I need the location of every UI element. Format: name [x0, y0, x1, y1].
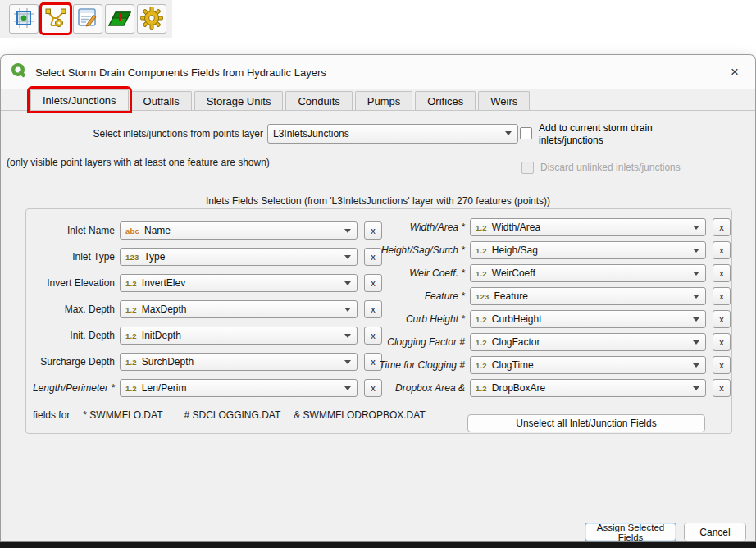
field-row: Time for Clogging # 1.2 ClogTime x: [362, 356, 731, 374]
tab[interactable]: Orifices: [415, 91, 476, 110]
storm-drain-tool-button[interactable]: [41, 4, 71, 34]
close-icon[interactable]: ×: [722, 61, 747, 84]
clear-field-button[interactable]: x: [713, 241, 731, 259]
tab[interactable]: Pumps: [355, 91, 412, 110]
points-layer-label: Select inlets/junctions from points laye…: [25, 124, 263, 144]
right-fields-column: Width/Area * 1.2 Width/Area x Height/Sag…: [362, 218, 731, 402]
field-row: Clogging Factor # 1.2 ClogFactor x: [362, 333, 731, 351]
dialog-titlebar[interactable]: Select Storm Drain Components Fields fro…: [1, 55, 755, 89]
field-select[interactable]: abc Name: [120, 221, 358, 240]
storm-drain-fields-dialog: Select Storm Drain Components Fields fro…: [0, 54, 756, 542]
field-label: Surcharge Depth: [26, 356, 115, 368]
field-value: WeirCoeff: [492, 267, 535, 279]
field-type-icon: 1.2: [476, 269, 487, 278]
clear-field-button[interactable]: x: [713, 310, 731, 328]
field-value: Len/Perim: [142, 382, 187, 394]
field-label: Inlet Type: [26, 251, 115, 263]
fields-legend: fields for * SWMMFLO.DAT # SDCLOGGING.DA…: [33, 409, 426, 421]
field-label: Init. Depth: [26, 330, 115, 341]
qgis-logo-icon: [11, 62, 27, 82]
chevron-down-icon: [344, 386, 351, 394]
field-type-icon: 1.2: [476, 246, 487, 255]
field-label: Time for Clogging #: [362, 359, 465, 371]
assign-selected-fields-button[interactable]: Assign Selected Fields: [585, 523, 676, 541]
field-type-icon: 1.2: [125, 331, 137, 340]
field-select[interactable]: 1.2 ClogTime: [470, 356, 706, 374]
clear-field-button[interactable]: x: [713, 287, 731, 305]
add-to-current-label: Add to current storm drain inlets/juncti…: [539, 122, 680, 147]
form-edit-tool-button[interactable]: [73, 4, 102, 34]
field-row: Weir Coeff. * 1.2 WeirCoeff x: [362, 264, 731, 282]
clear-field-button[interactable]: x: [713, 264, 731, 282]
add-to-current-checkbox[interactable]: [520, 127, 532, 139]
field-value: Feature: [494, 290, 527, 302]
chevron-down-icon: [344, 308, 351, 315]
background-map-strip: [0, 542, 756, 548]
field-value: InitDepth: [142, 330, 181, 341]
field-value: ClogFactor: [492, 336, 540, 348]
field-label: Feature *: [362, 290, 465, 302]
left-fields-column: Inlet Name abc Name x Inlet Type 123 Typ…: [26, 221, 382, 405]
field-select[interactable]: 1.2 Heigh/Sag: [470, 241, 706, 259]
chevron-down-icon: [693, 317, 699, 325]
fields-section-title: Inlets Fields Selection (from 'L3InletsJ…: [1, 195, 755, 207]
tab[interactable]: Outfalls: [131, 91, 192, 110]
field-select[interactable]: 1.2 Width/Area: [470, 218, 706, 236]
tab[interactable]: Storage Units: [194, 91, 284, 110]
field-row: Surcharge Depth 1.2 SurchDepth x: [26, 353, 382, 371]
field-value: Type: [143, 251, 165, 263]
cancel-button[interactable]: Cancel: [684, 523, 746, 541]
clear-field-button[interactable]: x: [713, 379, 731, 397]
gear-icon: [140, 7, 163, 32]
field-label: Weir Coeff. *: [362, 267, 465, 279]
field-row: Height/Sag/Surch * 1.2 Heigh/Sag x: [362, 241, 731, 259]
qgis-toolbar: [0, 0, 172, 38]
field-type-icon: 1.2: [476, 338, 487, 347]
tab[interactable]: Conduits: [285, 91, 352, 110]
chevron-down-icon: [693, 363, 699, 371]
field-select[interactable]: 1.2 ClogFactor: [470, 333, 706, 351]
chevron-down-icon: [693, 386, 699, 394]
tab[interactable]: Weirs: [478, 91, 530, 110]
field-row: Inlet Name abc Name x: [26, 221, 382, 240]
field-value: Heigh/Sag: [492, 244, 538, 256]
legend-item: & SWMMFLODROPBOX.DAT: [294, 409, 425, 421]
dialog-title: Select Storm Drain Components Fields fro…: [35, 66, 326, 79]
field-type-icon: 123: [125, 253, 139, 262]
field-row: Init. Depth 1.2 InitDepth x: [26, 327, 382, 345]
legend-item: # SDCLOGGING.DAT: [184, 409, 280, 421]
field-type-icon: 1.2: [476, 315, 487, 324]
field-select[interactable]: 1.2 MaxDepth: [120, 300, 358, 318]
field-select[interactable]: 123 Type: [120, 248, 358, 266]
field-value: Name: [144, 225, 171, 236]
field-label: Inlet Name: [26, 225, 115, 236]
field-type-icon: 1.2: [125, 384, 137, 393]
field-select[interactable]: 1.2 SurchDepth: [120, 353, 358, 371]
field-value: MaxDepth: [142, 304, 187, 315]
field-label: Clogging Factor #: [362, 336, 465, 348]
field-select[interactable]: 1.2 DropBoxAre: [470, 379, 706, 397]
clear-field-button[interactable]: x: [713, 333, 731, 351]
chevron-down-icon: [693, 295, 699, 302]
tab[interactable]: Inlets/Junctions: [30, 89, 129, 110]
field-select[interactable]: 1.2 CurbHeight: [470, 310, 706, 328]
tab-bar: Inlets/Junctions Outfalls Storage Units …: [30, 89, 532, 110]
clear-field-button[interactable]: x: [713, 356, 731, 374]
clear-field-button[interactable]: x: [713, 218, 731, 236]
field-type-icon: 1.2: [476, 223, 487, 232]
field-select[interactable]: 1.2 InvertElev: [120, 274, 358, 292]
unselect-all-button[interactable]: Unselect all Inlet/Junction Fields: [467, 414, 705, 432]
settings-tool-button[interactable]: [137, 4, 166, 34]
field-type-icon: 1.2: [125, 305, 137, 314]
map-grid-tool-button[interactable]: [9, 4, 39, 34]
field-select[interactable]: 1.2 InitDepth: [120, 327, 358, 345]
field-type-icon: 1.2: [476, 361, 487, 370]
points-layer-select[interactable]: L3InletsJunctions: [267, 124, 518, 144]
field-select[interactable]: 1.2 WeirCoeff: [470, 264, 706, 282]
levee-tool-button[interactable]: [105, 4, 134, 34]
field-row: Length/Perimeter * 1.2 Len/Perim x: [26, 379, 382, 397]
field-value: DropBoxAre: [492, 382, 545, 394]
field-value: SurchDepth: [142, 356, 194, 368]
field-select[interactable]: 1.2 Len/Perim: [120, 379, 358, 397]
field-select[interactable]: 123 Feature: [470, 287, 706, 305]
